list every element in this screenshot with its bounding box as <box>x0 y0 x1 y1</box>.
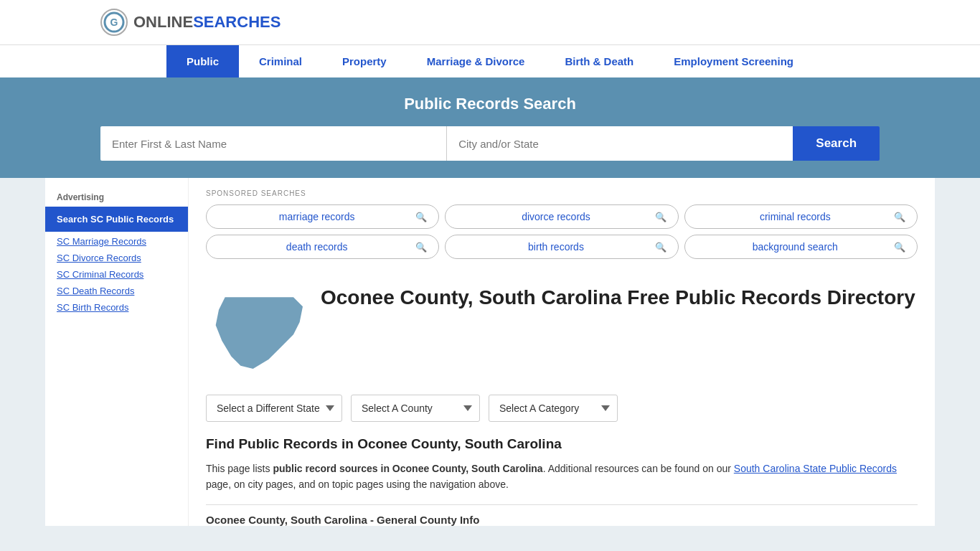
sponsored-section: SPONSORED SEARCHES marriage records 🔍 di… <box>189 178 935 270</box>
sidebar-link-criminal[interactable]: SC Criminal Records <box>45 266 188 283</box>
search-icon-criminal: 🔍 <box>894 212 905 222</box>
sponsored-pill-divorce[interactable]: divorce records 🔍 <box>445 204 678 229</box>
sponsored-pill-birth[interactable]: birth records 🔍 <box>445 235 678 259</box>
sponsored-pill-criminal-text: criminal records <box>697 211 894 222</box>
sponsored-pill-marriage[interactable]: marriage records 🔍 <box>206 204 439 229</box>
search-name-input[interactable] <box>100 126 446 161</box>
search-icon-birth: 🔍 <box>655 242 666 253</box>
sponsored-label: SPONSORED SEARCHES <box>206 189 918 197</box>
sidebar-link-birth[interactable]: SC Birth Records <box>45 299 188 316</box>
nav-item-property[interactable]: Property <box>322 45 407 77</box>
directory-section: Oconee County, South Carolina Free Publi… <box>189 270 935 395</box>
sponsored-pill-background-text: background search <box>697 241 894 253</box>
sc-public-records-link[interactable]: South Carolina State Public Records <box>734 463 897 474</box>
find-records-text-end: page, on city pages, and on topic pages … <box>206 479 509 490</box>
find-records-text-after: . Additional resources can be found on o… <box>543 463 734 474</box>
logo-text: ONLINESEARCHES <box>133 13 281 32</box>
county-dropdown[interactable]: Select A County <box>351 395 480 422</box>
sponsored-pill-background[interactable]: background search 🔍 <box>684 235 918 259</box>
svg-text:G: G <box>110 17 118 28</box>
search-icon-marriage: 🔍 <box>415 212 427 222</box>
content-area: SPONSORED SEARCHES marriage records 🔍 di… <box>189 178 935 526</box>
nav-item-criminal[interactable]: Criminal <box>239 45 322 77</box>
state-dropdown[interactable]: Select a Different State <box>206 395 342 422</box>
nav-item-birth-death[interactable]: Birth & Death <box>545 45 654 77</box>
main-nav: Public Criminal Property Marriage & Divo… <box>0 44 980 77</box>
sidebar-link-marriage[interactable]: SC Marriage Records <box>45 233 188 250</box>
search-icon-background: 🔍 <box>894 242 905 253</box>
search-icon-death: 🔍 <box>415 242 427 253</box>
sponsored-pill-criminal[interactable]: criminal records 🔍 <box>684 204 918 229</box>
search-icon-divorce: 🔍 <box>655 212 666 222</box>
sc-state-map-svg <box>206 285 306 378</box>
nav-item-public[interactable]: Public <box>166 45 239 77</box>
sponsored-pill-birth-text: birth records <box>457 241 654 253</box>
search-city-input[interactable] <box>446 126 793 161</box>
header: G ONLINESEARCHES <box>0 0 980 44</box>
sponsored-grid: marriage records 🔍 divorce records 🔍 cri… <box>206 204 918 259</box>
sponsored-pill-divorce-text: divorce records <box>457 211 654 222</box>
state-map <box>206 285 306 380</box>
sponsored-pill-marriage-text: marriage records <box>218 211 415 222</box>
general-info-title: Oconee County, South Carolina - General … <box>189 505 935 526</box>
find-records-text-bold: public record sources in Oconee County, … <box>273 463 542 474</box>
directory-title-wrapper: Oconee County, South Carolina Free Publi… <box>321 285 915 311</box>
search-banner-title: Public Records Search <box>100 95 880 113</box>
category-dropdown[interactable]: Select A Category <box>489 395 618 422</box>
logo-icon: G <box>100 9 128 36</box>
find-records-text-before: This page lists <box>206 463 273 474</box>
sponsored-pill-death-text: death records <box>218 241 415 253</box>
sidebar-link-death[interactable]: SC Death Records <box>45 283 188 299</box>
directory-title: Oconee County, South Carolina Free Publi… <box>321 285 915 311</box>
find-records-text: This page lists public record sources in… <box>206 461 918 493</box>
sidebar-ad-item[interactable]: Search SC Public Records <box>45 207 188 232</box>
find-records-section: Find Public Records in Oconee County, So… <box>189 436 935 504</box>
sidebar-ad-label: Advertising <box>45 192 188 207</box>
nav-item-employment[interactable]: Employment Screening <box>654 45 814 77</box>
sponsored-pill-death[interactable]: death records 🔍 <box>206 235 439 259</box>
nav-item-marriage-divorce[interactable]: Marriage & Divorce <box>407 45 545 77</box>
sidebar: Advertising Search SC Public Records SC … <box>45 178 189 526</box>
search-button[interactable]: Search <box>793 126 880 161</box>
find-records-title: Find Public Records in Oconee County, So… <box>206 436 918 452</box>
logo[interactable]: G ONLINESEARCHES <box>100 9 281 36</box>
search-banner: Public Records Search Search <box>0 77 980 178</box>
search-form: Search <box>100 126 880 161</box>
dropdowns: Select a Different State Select A County… <box>189 395 935 436</box>
sidebar-link-divorce[interactable]: SC Divorce Records <box>45 250 188 266</box>
main-container: Advertising Search SC Public Records SC … <box>45 178 935 526</box>
